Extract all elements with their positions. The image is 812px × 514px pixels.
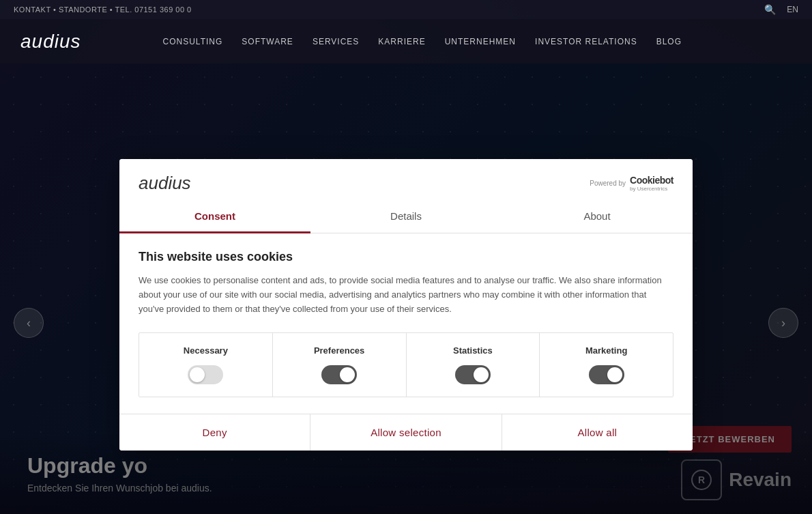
language-selector[interactable]: EN (787, 5, 798, 14)
category-preferences-label: Preferences (314, 345, 364, 356)
modal-actions: Deny Allow selection Allow all (119, 414, 693, 451)
nav-links: CONSULTING SOFTWARE SERVICES KARRIERE UN… (163, 37, 682, 46)
nav-bar: audius CONSULTING SOFTWARE SERVICES KARR… (0, 19, 812, 63)
category-necessary: Necessary (139, 333, 273, 397)
toggle-statistics[interactable] (455, 365, 491, 384)
deny-button[interactable]: Deny (119, 414, 310, 451)
allow-all-button[interactable]: Allow all (502, 414, 693, 451)
cookiebot-logo: Cookiebot by Usercentrics (630, 175, 673, 192)
category-statistics-label: Statistics (453, 345, 493, 356)
nav-investor[interactable]: INVESTOR RELATIONS (535, 37, 637, 46)
cookiebot-sub: by Usercentrics (630, 186, 667, 192)
modal-title: This website uses cookies (139, 250, 673, 264)
category-marketing-label: Marketing (585, 345, 627, 356)
tab-details[interactable]: Details (310, 201, 502, 233)
nav-karriere[interactable]: KARRIERE (378, 37, 425, 46)
search-icon[interactable]: 🔍 (764, 4, 776, 15)
tab-about[interactable]: About (502, 201, 693, 233)
contact-info: KONTAKT • STANDORTE • TEL. 07151 369 00 … (14, 5, 192, 14)
top-bar-right: 🔍 EN (764, 4, 798, 15)
cookiebot-badge: Powered by Cookiebot by Usercentrics (590, 175, 673, 192)
tab-consent[interactable]: Consent (119, 201, 310, 233)
category-marketing: Marketing (540, 333, 673, 397)
modal-logo: audius (139, 173, 191, 194)
nav-services[interactable]: SERVICES (313, 37, 359, 46)
modal-description: We use cookies to personalise content an… (139, 274, 673, 316)
category-preferences: Preferences (273, 333, 407, 397)
toggle-marketing-knob (607, 367, 622, 382)
toggle-necessary-knob (190, 367, 205, 382)
toggle-necessary[interactable] (188, 365, 223, 384)
powered-by-text: Powered by (590, 180, 626, 187)
hero-area: ‹ › Upgrade yo Entdecken Sie Ihren Wunsc… (0, 63, 812, 514)
category-statistics: Statistics (407, 333, 540, 397)
nav-unternehmen[interactable]: UNTERNEHMEN (445, 37, 516, 46)
allow-selection-button[interactable]: Allow selection (310, 414, 502, 451)
toggle-marketing[interactable] (589, 365, 624, 384)
toggle-statistics-knob (474, 367, 489, 382)
category-necessary-label: Necessary (184, 345, 228, 356)
nav-consulting[interactable]: CONSULTING (163, 37, 223, 46)
nav-software[interactable]: SOFTWARE (242, 37, 293, 46)
nav-blog[interactable]: BLOG (656, 37, 682, 46)
toggle-preferences[interactable] (321, 365, 357, 384)
modal-tabs: Consent Details About (119, 201, 693, 233)
cookie-modal: audius Powered by Cookiebot by Usercentr… (119, 159, 693, 451)
cookie-categories: Necessary Preferences Stat (139, 332, 673, 397)
modal-overlay: audius Powered by Cookiebot by Usercentr… (0, 63, 812, 514)
toggle-preferences-knob (340, 367, 355, 382)
site-logo[interactable]: audius (20, 31, 81, 53)
modal-body: This website uses cookies We use cookies… (119, 233, 693, 414)
modal-header: audius Powered by Cookiebot by Usercentr… (119, 159, 693, 201)
top-bar: KONTAKT • STANDORTE • TEL. 07151 369 00 … (0, 0, 812, 19)
cookiebot-name: Cookiebot (630, 175, 673, 186)
